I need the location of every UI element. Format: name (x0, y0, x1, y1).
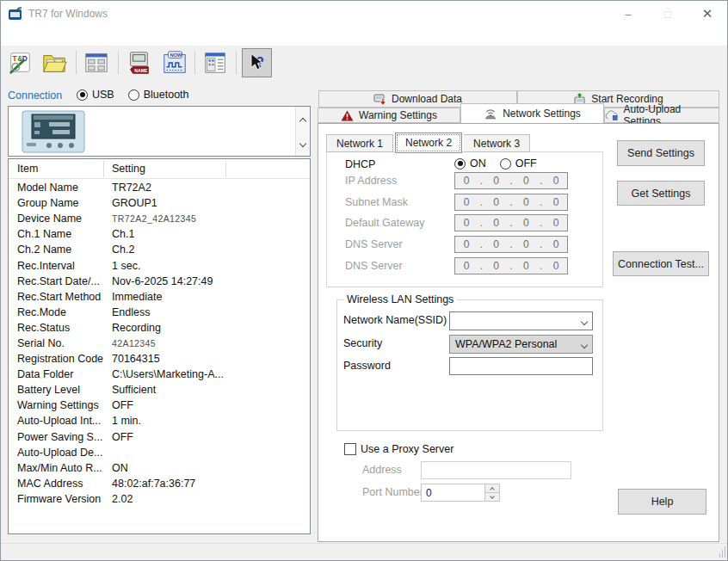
device-listbox[interactable] (8, 106, 311, 157)
proxy-address-field[interactable] (421, 461, 571, 479)
stepper-down-button[interactable] (485, 492, 499, 501)
listbox-scrollbar[interactable] (295, 107, 310, 156)
table-row[interactable]: Rec.Start Method Immediate (9, 289, 310, 305)
table-row[interactable]: Rec.Start Date/... Nov-6-2025 14:27:49 (9, 274, 310, 289)
setting-cell: Endless (103, 306, 150, 318)
tab-network-settings[interactable]: Network Settings (460, 103, 604, 123)
device-list-window-icon (83, 50, 109, 76)
network-subtab[interactable]: Network 1 (326, 134, 393, 152)
device-list-window-button[interactable] (81, 48, 111, 77)
table-row[interactable]: Model Name TR72A2 (9, 180, 310, 195)
app-icon (9, 7, 23, 24)
close-button[interactable]: ✕ (688, 1, 727, 27)
setting-cell: GROUP1 (103, 197, 157, 209)
toolbar: T & D (1, 46, 727, 80)
tandd-guide-icon: T & D (7, 50, 33, 76)
device-name-button[interactable]: NAME (123, 48, 153, 77)
network-subtab[interactable]: Network 3 (464, 134, 530, 152)
subtab-label: Network 1 (336, 138, 383, 150)
table-row[interactable]: Max/Min Auto R... ON (9, 460, 310, 476)
radio-label: OFF (515, 157, 537, 170)
send-settings-button[interactable]: Send Settings (617, 140, 705, 166)
table-row[interactable]: Data Folder C:\Users\Marketing-A... (9, 367, 310, 382)
item-cell: Warning Settings (9, 399, 103, 411)
ip-row: DNS Server 0 . 0 . 0 . 0 (326, 234, 603, 256)
radio-label: Bluetooth (144, 89, 189, 101)
tab-label: Download Data (392, 93, 462, 105)
ssid-combobox[interactable] (449, 311, 593, 330)
proxy-port-stepper[interactable]: 0 (421, 484, 500, 502)
tab-auto-upload-settings[interactable]: Auto-Upload Settings (604, 108, 719, 123)
menu-item[interactable] (33, 34, 48, 39)
table-row[interactable]: Battery Level Sufficient (9, 382, 310, 398)
network-subtab[interactable]: Network 2 (395, 133, 462, 153)
table-row[interactable]: Firmware Version 2.02 (9, 491, 310, 507)
ip-row-field[interactable]: 0 . 0 . 0 . 0 (454, 194, 568, 211)
menu-item[interactable] (17, 34, 33, 39)
tab-label: Warning Settings (359, 109, 437, 121)
ip-row-field[interactable]: 0 . 0 . 0 . 0 (454, 214, 568, 231)
open-folder-button[interactable] (39, 48, 69, 77)
ip-row-field[interactable]: 0 . 0 . 0 . 0 (454, 257, 568, 274)
chevron-down-icon (490, 494, 495, 499)
open-folder-icon (41, 50, 67, 76)
menu-item[interactable] (64, 34, 79, 39)
item-cell: Ch.2 Name (9, 244, 103, 256)
password-field[interactable] (449, 357, 593, 375)
table-row[interactable]: MAC Address 48:02:af:7a:36:77 (9, 476, 310, 491)
security-combobox[interactable]: WPA/WPA2 Personal (449, 335, 593, 354)
radio-icon (500, 158, 511, 170)
setting-cell: 2.02 (103, 493, 133, 505)
table-row[interactable]: Serial No. 42A12345 (9, 336, 310, 351)
get-settings-button[interactable]: Get Settings (617, 181, 705, 206)
table-row[interactable]: Rec.Interval 1 sec. (9, 257, 310, 273)
table-row[interactable]: Auto-Upload De... (9, 445, 310, 460)
item-cell: Firmware Version (9, 493, 103, 505)
help-button[interactable]: Help (618, 489, 706, 515)
table-row[interactable]: Ch.2 Name Ch.2 (9, 242, 310, 257)
resize-grip[interactable] (719, 546, 725, 558)
scroll-down-icon[interactable] (300, 134, 305, 150)
column-header-setting[interactable]: Setting (112, 163, 145, 175)
connection-test-button[interactable]: Connection Test... (613, 251, 709, 276)
table-row[interactable]: Group Name GROUP1 (9, 195, 310, 211)
password-label: Password (343, 360, 391, 372)
table-row[interactable]: Power Saving S... OFF (9, 429, 310, 445)
settings-window-button[interactable] (200, 48, 230, 77)
menu-item[interactable] (2, 34, 17, 39)
proxy-address-label: Address (362, 464, 402, 476)
device-thumbnail[interactable] (21, 110, 86, 153)
tab-warning-settings[interactable]: Warning Settings (318, 108, 460, 123)
table-row[interactable]: Rec.Status Recording (9, 320, 310, 336)
proxy-checkbox-label[interactable]: Use a Proxy Server (361, 443, 453, 455)
cloud-upload-icon (605, 110, 619, 121)
stepper-up-button[interactable] (485, 484, 499, 492)
ip-row-field[interactable]: 0 . 0 . 0 . 0 (454, 172, 568, 189)
table-row[interactable]: Registration Code 70164315 (9, 351, 310, 367)
table-row[interactable]: Ch.1 Name Ch.1 (9, 226, 310, 242)
maximize-button[interactable]: □ (648, 1, 688, 27)
ip-row-field[interactable]: 0 . 0 . 0 . 0 (454, 236, 568, 253)
setting-cell: Ch.2 (103, 244, 134, 256)
context-help-button[interactable]: ? (242, 48, 272, 77)
setting-cell: 1 min. (103, 415, 141, 427)
table-row[interactable]: Auto-Upload Int... 1 min. (9, 413, 310, 428)
settings-window-icon (202, 50, 228, 76)
radio-label: USB (92, 89, 114, 101)
proxy-checkbox[interactable] (344, 443, 356, 455)
dhcp-option[interactable]: ON (454, 157, 486, 170)
table-row[interactable]: Device Name TR72A2_42A12345 (9, 211, 310, 226)
menu-item[interactable] (48, 34, 64, 39)
dhcp-option[interactable]: OFF (500, 157, 537, 170)
connection-option[interactable]: USB (77, 89, 114, 101)
connection-option[interactable]: Bluetooth (128, 89, 189, 101)
dhcp-radio-group: ON OFF (454, 157, 537, 170)
proxy-port-value: 0 (426, 487, 432, 499)
tandd-guide-button[interactable]: T & D (4, 48, 34, 77)
monitor-now-button[interactable]: NOW (159, 48, 189, 77)
table-row[interactable]: Rec.Mode Endless (9, 305, 310, 320)
column-header-item[interactable]: Item (17, 163, 38, 175)
minimize-button[interactable]: – (608, 1, 648, 27)
table-row[interactable]: Warning Settings OFF (9, 398, 310, 413)
scroll-up-icon[interactable] (300, 112, 305, 127)
